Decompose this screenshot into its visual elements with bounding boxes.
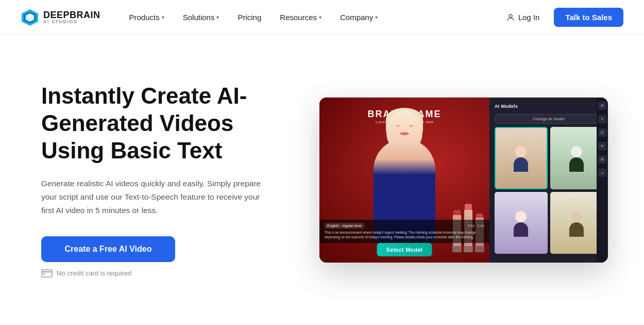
left-side: Instantly Create AI-Generated Videos Usi… xyxy=(41,83,289,277)
talk-to-sales-button[interactable]: Talk to Sales xyxy=(554,8,623,27)
model-thumb-1[interactable] xyxy=(495,127,548,189)
side-icons: ⊞ ✎ ⊟ ⊕ ⊠ ≡ xyxy=(597,98,608,263)
user-icon xyxy=(506,13,515,22)
svg-point-3 xyxy=(509,14,512,18)
nav-item-solutions[interactable]: Solutions ▾ xyxy=(175,9,228,26)
change-model-button[interactable]: Change AI model xyxy=(495,114,603,124)
select-model-button[interactable]: Select Model xyxy=(377,243,432,256)
side-icon-5[interactable]: ⊠ xyxy=(598,155,606,164)
credit-card-icon xyxy=(41,269,53,278)
chevron-down-icon: ▾ xyxy=(319,14,321,20)
nav-item-company[interactable]: Company ▾ xyxy=(332,9,386,26)
hero-title: Instantly Create AI-Generated Videos Usi… xyxy=(41,83,289,164)
text-bar-header: English - regular tone 0:4s 1:4s xyxy=(325,223,484,229)
side-icon-1[interactable]: ⊞ xyxy=(598,102,606,110)
nav-links: Products ▾ Solutions ▾ Pricing Resources… xyxy=(121,9,498,26)
text-bar: English - regular tone 0:4s 1:4s This is… xyxy=(319,220,489,243)
model-thumb-2[interactable] xyxy=(550,127,603,189)
navbar: DEEPBRAIN AI STUDIOS Products ▾ Solution… xyxy=(0,0,644,35)
product-screenshot: BRAND NAME Lorem ipsum dolor sit a met xyxy=(319,98,608,263)
video-area: BRAND NAME Lorem ipsum dolor sit a met xyxy=(319,98,489,263)
chevron-down-icon: ▾ xyxy=(162,14,164,20)
right-side: BRAND NAME Lorem ipsum dolor sit a met xyxy=(319,98,608,263)
chevron-down-icon: ▾ xyxy=(216,14,219,20)
logo-icon xyxy=(21,8,39,27)
nav-item-resources[interactable]: Resources ▾ xyxy=(272,9,330,26)
side-icon-3[interactable]: ⊟ xyxy=(598,128,606,137)
no-credit-notice: No credit card is required xyxy=(41,269,289,278)
model-grid xyxy=(495,127,603,254)
nav-right: Log In Talk to Sales xyxy=(498,8,623,27)
logo-text: DEEPBRAIN AI STUDIOS xyxy=(43,10,100,24)
nav-item-products[interactable]: Products ▾ xyxy=(121,9,173,26)
hero-description: Generate realistic AI videos quickly and… xyxy=(41,177,268,218)
svg-rect-6 xyxy=(43,273,45,274)
nav-item-pricing[interactable]: Pricing xyxy=(229,9,269,26)
logo[interactable]: DEEPBRAIN AI STUDIOS xyxy=(21,8,100,27)
right-panel: AI Models Change AI model xyxy=(489,98,608,263)
chevron-down-icon: ▾ xyxy=(375,14,378,20)
scale-row: Scale 100% xyxy=(495,262,603,263)
model-thumb-4[interactable] xyxy=(550,192,603,254)
main-content: Instantly Create AI-Generated Videos Usi… xyxy=(0,35,644,325)
side-icon-4[interactable]: ⊕ xyxy=(598,142,606,150)
login-button[interactable]: Log In xyxy=(498,9,548,26)
side-icon-2[interactable]: ✎ xyxy=(598,115,606,123)
model-thumb-3[interactable] xyxy=(495,192,548,254)
side-icon-6[interactable]: ≡ xyxy=(598,169,606,177)
create-free-video-button[interactable]: Create a Free AI Video xyxy=(41,236,175,262)
